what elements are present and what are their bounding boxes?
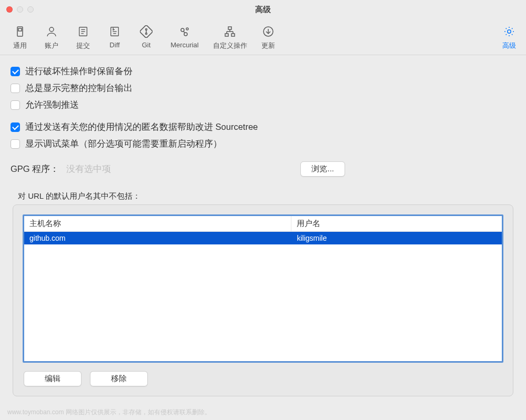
- svg-point-2: [49, 27, 54, 32]
- checkbox-row-force-push[interactable]: 允许强制推送: [11, 99, 515, 111]
- toolbar: 通用 账户 提交 Diff Git Mercurial 自定义操作: [0, 19, 526, 55]
- cell-user: kiligsmile: [291, 232, 502, 244]
- edit-button[interactable]: 编辑: [24, 371, 82, 386]
- flowchart-icon: [222, 24, 237, 39]
- checkbox-full-console[interactable]: [11, 84, 20, 93]
- tab-label: Diff: [109, 41, 119, 49]
- column-header-host[interactable]: 主机名称: [24, 216, 291, 231]
- tab-git[interactable]: Git: [130, 22, 162, 50]
- git-icon: [139, 24, 154, 39]
- tab-custom-actions[interactable]: 自定义操作: [207, 22, 252, 52]
- gear-icon: [502, 24, 517, 39]
- tab-update[interactable]: 更新: [252, 22, 284, 52]
- checkbox-label: 通过发送有关您的使用情况的匿名数据帮助改进 Sourcetree: [25, 121, 258, 133]
- gpg-label: GPG 程序：: [11, 163, 59, 175]
- tab-label: 自定义操作: [213, 41, 247, 50]
- tab-general[interactable]: 通用: [4, 22, 36, 52]
- svg-point-18: [186, 28, 188, 30]
- panel-buttons: 编辑 移除: [23, 371, 503, 386]
- tab-label: Git: [142, 41, 151, 49]
- checkbox-row-debug-menu[interactable]: 显示调试菜单（部分选项可能需要重新启动程序）: [11, 138, 515, 150]
- titlebar: 高级: [0, 0, 526, 19]
- table-row[interactable]: github.com kiligsmile: [24, 232, 502, 244]
- mercurial-icon: [177, 24, 192, 39]
- user-icon: [44, 24, 59, 39]
- tab-mercurial[interactable]: Mercurial: [162, 22, 207, 50]
- browse-button[interactable]: 浏览...: [300, 161, 345, 177]
- checkbox-label: 允许强制推送: [25, 99, 79, 111]
- general-icon: [13, 24, 27, 39]
- checkbox-label: 总是显示完整的控制台输出: [25, 83, 133, 94]
- content-area: 进行破坏性操作时保留备份 总是显示完整的控制台输出 允许强制推送 通过发送有关您…: [0, 55, 526, 402]
- diff-icon: [107, 24, 122, 39]
- svg-rect-21: [228, 27, 231, 29]
- defaults-label: 对 URL 的默认用户名其中不包括：: [11, 191, 515, 201]
- tab-label: 更新: [261, 41, 275, 50]
- tab-accounts[interactable]: 账户: [36, 22, 67, 52]
- checkbox-row-anon-data[interactable]: 通过发送有关您的使用情况的匿名数据帮助改进 Sourcetree: [11, 121, 515, 133]
- checkbox-anon-data[interactable]: [11, 122, 20, 132]
- cell-host: github.com: [24, 232, 291, 244]
- tab-label: Mercurial: [170, 41, 198, 49]
- gpg-row: GPG 程序： 没有选中项 浏览...: [11, 161, 515, 177]
- tab-label: 提交: [76, 41, 90, 50]
- remove-button[interactable]: 移除: [90, 371, 148, 386]
- tab-label: 账户: [45, 41, 58, 50]
- download-icon: [261, 24, 276, 39]
- checkbox-row-full-console[interactable]: 总是显示完整的控制台输出: [11, 83, 515, 94]
- watermark-text: www.toymoban.com 网络图片仅供展示，非存储，如有侵权请联系删除。: [7, 408, 211, 417]
- svg-point-30: [508, 30, 511, 33]
- tab-commit[interactable]: 提交: [67, 22, 99, 52]
- checkbox-row-keep-backup[interactable]: 进行破坏性操作时保留备份: [11, 66, 515, 77]
- gpg-value-placeholder: 没有选中项: [66, 163, 111, 175]
- tab-diff[interactable]: Diff: [99, 22, 130, 50]
- column-header-user[interactable]: 用户名: [291, 216, 502, 231]
- tab-label: 通用: [13, 41, 27, 50]
- checkbox-debug-menu[interactable]: [11, 139, 20, 149]
- svg-point-15: [146, 33, 147, 35]
- tab-advanced[interactable]: 高级: [497, 22, 522, 52]
- checkbox-label: 显示调试菜单（部分选项可能需要重新启动程序）: [25, 138, 222, 150]
- tab-label: 高级: [502, 41, 516, 50]
- window-title: 高级: [0, 5, 526, 15]
- checkbox-force-push[interactable]: [11, 100, 20, 110]
- svg-rect-22: [225, 34, 228, 36]
- svg-line-20: [184, 31, 185, 33]
- svg-rect-23: [231, 34, 235, 36]
- defaults-panel: 主机名称 用户名 github.com kiligsmile 编辑 移除: [13, 204, 513, 396]
- table-header-row: 主机名称 用户名: [24, 216, 502, 232]
- document-lines-icon: [76, 24, 90, 39]
- checkbox-keep-backup[interactable]: [11, 67, 20, 76]
- svg-rect-1: [18, 28, 22, 31]
- checkbox-label: 进行破坏性操作时保留备份: [25, 66, 133, 77]
- svg-point-14: [146, 29, 147, 30]
- defaults-table[interactable]: 主机名称 用户名 github.com kiligsmile: [23, 214, 503, 363]
